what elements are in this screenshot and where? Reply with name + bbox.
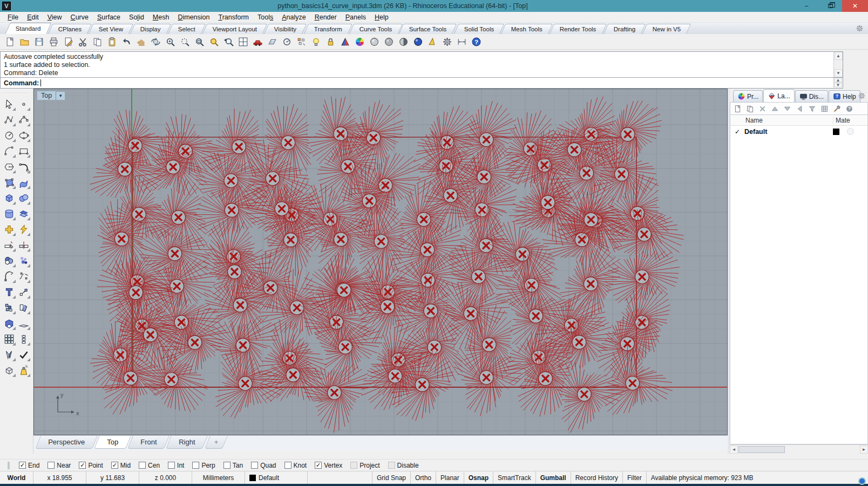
checkbox-mid[interactable]: ✓: [111, 462, 118, 469]
column-name[interactable]: Name: [745, 117, 833, 124]
new-file-button[interactable]: [3, 35, 16, 48]
check-objects-button[interactable]: [17, 348, 31, 362]
dimension-tools-button[interactable]: [455, 35, 468, 48]
toggle-osnap[interactable]: Osnap: [464, 471, 493, 484]
osnap-mid[interactable]: ✓Mid: [111, 462, 131, 469]
viewport-canvas[interactable]: [34, 89, 728, 435]
menu-solid[interactable]: Solid: [125, 13, 148, 22]
checkbox-end[interactable]: ✓: [19, 462, 26, 469]
trim-button[interactable]: [2, 238, 16, 252]
toolbar-tab-set-view[interactable]: Set View: [89, 24, 134, 34]
toolbar-tab-solid-tools[interactable]: Solid Tools: [453, 24, 504, 34]
osnap-tan[interactable]: Tan: [223, 462, 243, 469]
polyline-button[interactable]: [2, 113, 16, 127]
polygon-button[interactable]: [2, 160, 16, 174]
grip-handle[interactable]: [8, 462, 10, 469]
toolbar-tab-transform[interactable]: Transform: [303, 24, 352, 34]
menu-panels[interactable]: Panels: [341, 13, 370, 22]
osnap-knot[interactable]: Knot: [284, 462, 307, 469]
gear-icon[interactable]: [856, 24, 864, 32]
cylinder-button[interactable]: [2, 207, 16, 221]
point-button[interactable]: [17, 97, 31, 111]
curve-starburst[interactable]: [590, 137, 659, 206]
mesh-surface-button[interactable]: [17, 207, 31, 221]
osnap-near[interactable]: Near: [48, 462, 71, 469]
osnap-disable[interactable]: Disable: [388, 462, 419, 469]
spinner-down-icon[interactable]: ▼: [834, 83, 842, 87]
save-file-button[interactable]: [32, 35, 45, 48]
curve-starburst[interactable]: [454, 346, 526, 416]
cut-button[interactable]: [76, 35, 89, 48]
menu-view[interactable]: View: [43, 13, 66, 22]
command-prompt[interactable]: Command: ▲ ▼: [0, 78, 843, 89]
toolbar-tab-select[interactable]: Select: [168, 24, 206, 34]
open-file-button[interactable]: [18, 35, 31, 48]
split-button[interactable]: [17, 238, 31, 252]
menu-transform[interactable]: Transform: [214, 13, 254, 22]
toolbar-tab-display[interactable]: Display: [130, 24, 171, 34]
toolbar-tab-viewport-layout[interactable]: Viewport Layout: [202, 24, 268, 34]
undo-button[interactable]: [120, 35, 133, 48]
curve-starburst[interactable]: [202, 109, 273, 177]
checkbox-perp[interactable]: [192, 462, 199, 469]
shaded-viewport-button[interactable]: [368, 35, 381, 48]
zoom-extents-button[interactable]: [207, 35, 220, 48]
toolbar-tab-surface-tools[interactable]: Surface Tools: [399, 24, 457, 34]
toolbar-tab-drafting[interactable]: Drafting: [603, 24, 646, 34]
command-history-scrollbar[interactable]: ▲ ▼: [833, 52, 843, 77]
viewport-tab-right[interactable]: Right: [166, 436, 208, 449]
flat-shade-button[interactable]: [426, 35, 439, 48]
extrude-button[interactable]: [17, 316, 31, 330]
osnap-end[interactable]: ✓End: [19, 462, 39, 469]
panel-tab-dis[interactable]: Dis...: [795, 90, 828, 102]
color-wheel-button[interactable]: [353, 35, 366, 48]
panel-tab-pr[interactable]: Pr...: [733, 90, 763, 102]
curve-starburst[interactable]: [136, 347, 208, 412]
scroll-left-icon[interactable]: ◄: [730, 446, 738, 454]
viewport-tab-top[interactable]: Top: [94, 436, 131, 449]
scroll-right-icon[interactable]: ►: [860, 446, 868, 454]
curve-starburst[interactable]: [215, 345, 283, 418]
chevron-down-icon[interactable]: ▼: [56, 92, 65, 100]
zoom-window-button[interactable]: [178, 35, 191, 48]
toolbar-tab-mesh-tools[interactable]: Mesh Tools: [501, 24, 553, 34]
toolbar-tab-render-tools[interactable]: Render Tools: [550, 24, 607, 34]
lock-button[interactable]: [324, 35, 337, 48]
menu-mesh[interactable]: Mesh: [148, 13, 174, 22]
scroll-down-icon[interactable]: ▼: [835, 69, 843, 77]
menu-file[interactable]: File: [3, 13, 23, 22]
circle-button[interactable]: [2, 129, 16, 143]
checkbox-vertex[interactable]: ✓: [315, 462, 322, 469]
layer-material-cell[interactable]: [847, 128, 867, 135]
panel-tab-help[interactable]: ?Help: [829, 90, 860, 102]
toolbar-tab-standard[interactable]: Standard: [5, 23, 51, 34]
column-material[interactable]: Mate: [833, 117, 867, 124]
viewport-layout-button[interactable]: [236, 35, 249, 48]
mirror-button[interactable]: [2, 348, 16, 362]
named-view-car-button[interactable]: [251, 35, 264, 48]
command-spinner[interactable]: ▲ ▼: [833, 78, 843, 87]
layer-table-button[interactable]: [819, 104, 829, 113]
rectangle-button[interactable]: [17, 144, 31, 158]
blend-curve-button[interactable]: [17, 269, 31, 284]
osnap-quad[interactable]: Quad: [251, 462, 276, 469]
scroll-up-icon[interactable]: ▲: [835, 52, 843, 60]
layer-color-swatch[interactable]: [833, 129, 839, 135]
new-layer-button[interactable]: [733, 104, 742, 113]
curve-starburst[interactable]: [104, 176, 175, 240]
current-layer-check-icon[interactable]: ✓: [730, 128, 744, 136]
curve-control-points-button[interactable]: [17, 113, 31, 127]
panel-tab-la[interactable]: La...: [763, 89, 794, 102]
solid-edit-button[interactable]: [2, 316, 16, 330]
toggle-gumball[interactable]: Gumball: [536, 471, 571, 484]
osnap-cen[interactable]: Cen: [139, 462, 160, 469]
toolbar-tab-visibility[interactable]: Visibility: [264, 24, 307, 34]
paste-button[interactable]: [105, 35, 118, 48]
boolean-union-button[interactable]: [2, 254, 16, 268]
toggle-filter[interactable]: Filter: [623, 471, 647, 484]
array-along-curve-button[interactable]: [17, 332, 31, 346]
active-layer-button[interactable]: Default: [245, 471, 308, 484]
checkbox-near[interactable]: [48, 462, 55, 469]
xray-viewport-button[interactable]: [397, 35, 410, 48]
curve-starburst[interactable]: [310, 252, 381, 319]
